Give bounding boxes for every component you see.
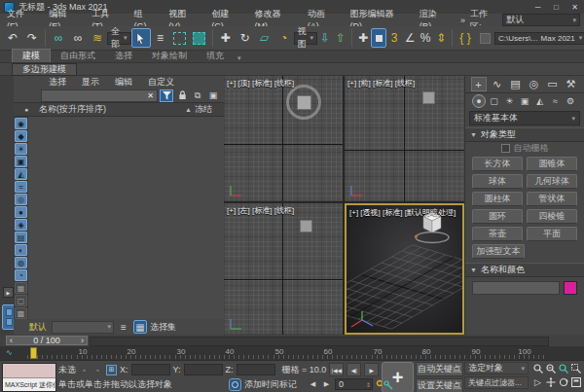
filter-funnel-icon[interactable] [160, 89, 173, 102]
ribbon-tab-populate[interactable]: 填充 [197, 50, 234, 62]
select-and-move-button[interactable]: ✚ [216, 28, 236, 48]
viewport-label-front[interactable]: [+] [前] [标准] [线框] [347, 78, 415, 89]
ribbon-tab-modeling[interactable]: 建模 [12, 49, 51, 62]
filter-lights-icon[interactable]: ☀ [15, 143, 27, 155]
grid-view-icon[interactable]: ▦ [133, 320, 147, 334]
maxscript-mini-listener[interactable]: MAXScript 迷你侦听器 [2, 363, 56, 392]
explorer-preset-dropdown[interactable]: ▾ [52, 321, 114, 334]
current-frame-field[interactable]: 0 ⇕ [335, 378, 373, 390]
filter-groups-icon[interactable]: ◎ [15, 194, 27, 205]
pin-explorer-icon[interactable]: ▣ [206, 89, 220, 102]
rollout-object-type[interactable]: ▼ 对象类型 [465, 127, 584, 142]
sync-selection-icon[interactable]: ⧉ [191, 89, 204, 102]
primitive-category-dropdown[interactable]: 标准基本体 ▾ [469, 111, 580, 125]
use-selection-center-button[interactable]: ⇧ [333, 28, 348, 48]
explorer-search-input[interactable]: ✕ [41, 89, 158, 102]
explorer-object-list[interactable] [28, 117, 224, 319]
viewcube-icon[interactable] [300, 220, 312, 232]
filter-misc-icon[interactable]: ◔ [15, 269, 27, 281]
viewport-top[interactable]: [+] [顶] [标准] [线框] [224, 76, 343, 201]
select-by-name-button[interactable]: ≡ [151, 28, 170, 48]
explorer-menu-edit[interactable]: 编辑 [107, 76, 140, 89]
object-name-input[interactable] [472, 281, 560, 295]
y-coordinate-field[interactable] [184, 364, 223, 375]
geosphere-button[interactable]: 几何球体 [527, 174, 577, 189]
maxscript-macro-row[interactable] [3, 364, 55, 378]
snaps-toggle-button[interactable] [371, 28, 386, 48]
viewport-front[interactable]: [+] [前] [标准] [线框] [345, 76, 464, 201]
explorer-menu-select[interactable]: 选择 [41, 76, 74, 89]
x-coordinate-field[interactable] [131, 364, 170, 375]
rectangular-selection-region-button[interactable] [170, 28, 190, 48]
field-of-view-icon[interactable]: ▷ [531, 375, 544, 389]
list-view-icon[interactable]: ≡ [117, 320, 130, 334]
menu-overflow-icon[interactable]: » [456, 16, 470, 25]
viewport-label-perspective[interactable]: [+] [透视] [标准] [默认明暗处理] [349, 207, 456, 218]
redo-button[interactable]: ↷ [22, 28, 42, 48]
set-key-button[interactable]: 设置关键点 [416, 378, 463, 392]
subcat-lights-icon[interactable]: ☀ [502, 94, 516, 108]
search-clear-icon[interactable]: ✕ [144, 91, 157, 100]
tab-display-icon[interactable]: ▭ [545, 77, 561, 91]
tab-motion-icon[interactable]: ◎ [527, 77, 542, 91]
name-column-header[interactable]: 名称(按升序排序) [39, 103, 182, 116]
snap-3d-button[interactable]: 3 [386, 28, 402, 48]
filter-helpers-icon[interactable]: ◭ [15, 168, 27, 180]
window-crossing-button[interactable] [190, 28, 209, 48]
subcat-shapes-icon[interactable]: ▢ [488, 94, 501, 108]
go-to-start-button[interactable]: |◀◀ [329, 363, 344, 376]
viewport-left[interactable]: [+] [左] [标准] [线框] [224, 203, 343, 335]
select-object-button[interactable] [131, 28, 151, 48]
filter-containers-icon[interactable]: ▤ [15, 232, 27, 243]
toolbar-blank-button[interactable] [475, 28, 494, 48]
filter-geometry-icon[interactable]: ◉ [15, 118, 27, 129]
isolate-selection-icon[interactable]: ▫ [79, 365, 90, 375]
previous-key-icon[interactable]: ◀ [308, 379, 318, 390]
torus-button[interactable]: 圆环 [472, 209, 523, 224]
undo-button[interactable]: ↶ [3, 28, 22, 48]
ribbon-tab-object-paint[interactable]: 对象绘制 [142, 50, 197, 62]
subcat-geometry-icon[interactable]: ● [472, 94, 486, 108]
previous-frame-button[interactable]: ◀| [347, 363, 361, 376]
zoom-all-icon[interactable] [544, 362, 557, 375]
pyramid-button[interactable]: 四棱锥 [527, 209, 577, 224]
ribbon-subtab-polygon-modeling[interactable]: 多边形建模 [12, 63, 77, 76]
rollout-name-color[interactable]: ▼ 名称和颜色 [465, 263, 584, 277]
close-button[interactable]: ✕ [566, 1, 584, 14]
viewcube-icon[interactable] [422, 91, 435, 104]
play-button[interactable]: ▶ [364, 363, 379, 376]
transform-typein-icon[interactable]: ⊞ [106, 365, 117, 375]
sort-ascending-icon[interactable]: ▲ [182, 106, 195, 113]
filter-off-icon-1[interactable]: ▦ [15, 282, 27, 294]
cylinder-button[interactable]: 圆柱体 [472, 192, 523, 206]
select-and-rotate-button[interactable]: ↻ [236, 28, 255, 48]
frozen-column-header[interactable]: 冻结 [195, 103, 224, 116]
tube-button[interactable]: 管状体 [527, 192, 577, 206]
header-dot-icon[interactable]: ● [14, 106, 39, 113]
filter-materials-icon[interactable]: ◐ [15, 244, 27, 256]
teapot-button[interactable]: 茶壶 [472, 227, 523, 241]
maximize-button[interactable]: □ [547, 1, 566, 14]
object-color-swatch[interactable] [564, 281, 577, 295]
lock-icon[interactable] [175, 89, 189, 102]
time-slider-groove[interactable] [90, 337, 549, 346]
zoom-extents-icon[interactable] [557, 362, 569, 375]
box-button[interactable]: 长方体 [472, 157, 523, 171]
reference-coordinate-system-dropdown[interactable]: 视图 ▾ [294, 32, 318, 45]
subcat-helpers-icon[interactable]: ◭ [533, 94, 547, 108]
maximize-viewport-toggle-icon[interactable] [569, 375, 582, 389]
trackbar-options-icon[interactable]: ∿ [6, 348, 13, 357]
next-frame-icon[interactable]: › [81, 336, 84, 345]
workspace-dropdown[interactable]: 默认 ▾ [502, 14, 580, 26]
select-and-link-button[interactable]: ∞ [49, 28, 68, 48]
tab-create-icon[interactable]: + [471, 77, 487, 91]
subcat-spacewarps-icon[interactable]: ≈ [548, 94, 562, 108]
textplus-button[interactable]: 加强型文本 [472, 244, 525, 259]
viewport-perspective-active[interactable]: [+] [透视] [标准] [默认明暗处理] [345, 203, 464, 335]
use-pivot-point-button[interactable]: ⇩ [317, 28, 333, 48]
orbit-icon[interactable] [557, 375, 569, 389]
spinner-icon[interactable]: ⇕ [366, 381, 372, 388]
minimize-button[interactable]: ─ [529, 1, 547, 14]
viewport-label-left[interactable]: [+] [左] [标准] [线框] [227, 205, 294, 216]
key-filters-button[interactable]: 关键点过滤器... [464, 376, 529, 389]
